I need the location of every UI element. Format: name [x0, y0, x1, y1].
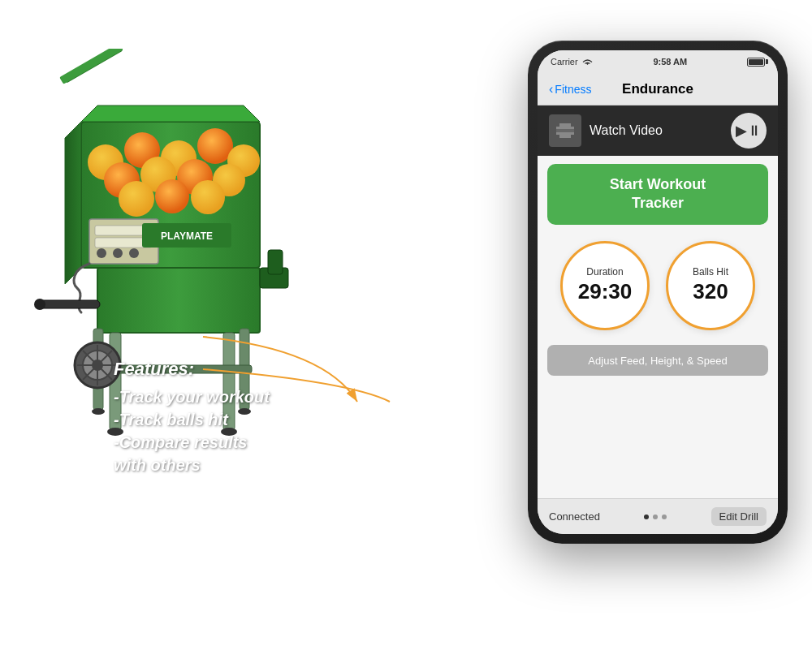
svg-point-22 [129, 248, 139, 258]
phone-screen: Carrier 9:58 AM [538, 50, 778, 534]
wifi-icon [581, 58, 594, 67]
watch-video-label: Watch Video [590, 123, 723, 138]
balls-hit-value: 320 [693, 279, 728, 304]
dot-3 [662, 514, 667, 519]
svg-rect-51 [556, 129, 574, 132]
balls-hit-circle: Balls Hit 320 [666, 241, 755, 330]
svg-marker-4 [81, 105, 260, 122]
svg-rect-50 [571, 135, 574, 138]
svg-point-16 [191, 180, 225, 214]
video-thumbnail [549, 114, 581, 147]
back-chevron-icon: ‹ [549, 82, 553, 97]
phone-outer-frame: Carrier 9:58 AM [528, 41, 788, 544]
start-workout-text: Start Workout Tracker [555, 175, 760, 213]
main-layout: PLAYMATE [0, 0, 812, 663]
navigation-bar: ‹ Fitness Endurance [538, 73, 778, 105]
phone-mockup: Carrier 9:58 AM [528, 41, 788, 544]
features-title: Features: [114, 357, 270, 382]
status-bar-right [747, 58, 765, 67]
nav-title: Endurance [622, 81, 693, 97]
adjust-feed-button[interactable]: Adjust Feed, Height, & Speed [547, 345, 768, 376]
svg-rect-25 [97, 268, 260, 333]
svg-rect-43 [34, 299, 45, 310]
back-label: Fitness [555, 83, 591, 96]
status-bar-left: Carrier [551, 57, 594, 67]
svg-point-14 [119, 181, 154, 217]
svg-text:PLAYMATE: PLAYMATE [161, 230, 213, 242]
play-pause-icon: ▶︎⏸ [736, 122, 762, 140]
stats-area: Duration 29:30 Balls Hit 320 [538, 233, 778, 338]
machine-illustration: PLAYMATE [16, 49, 341, 552]
status-time: 9:58 AM [653, 57, 687, 67]
svg-point-21 [113, 248, 123, 258]
status-bar: Carrier 9:58 AM [538, 50, 778, 73]
feature-item-2: -Track balls hit [114, 408, 270, 431]
svg-point-33 [92, 408, 105, 415]
svg-rect-42 [39, 300, 100, 308]
film-icon [556, 123, 574, 138]
svg-rect-49 [556, 135, 559, 138]
battery-icon [747, 58, 765, 67]
watch-video-row[interactable]: Watch Video ▶︎⏸ [538, 105, 778, 156]
carrier-label: Carrier [551, 57, 578, 67]
dot-1 [644, 514, 649, 519]
adjust-feed-label: Adjust Feed, Height, & Speed [588, 355, 727, 367]
feature-item-1: -Track your workout [114, 385, 270, 408]
svg-rect-48 [571, 123, 574, 127]
features-text-block: Features: -Track your workout -Track bal… [114, 357, 270, 476]
svg-point-20 [97, 248, 106, 258]
duration-label: Duration [586, 266, 623, 278]
back-button[interactable]: ‹ Fitness [549, 82, 591, 97]
duration-value: 29:30 [578, 279, 633, 304]
connected-status: Connected [549, 510, 600, 523]
feature-item-3: -Compare results [114, 431, 270, 454]
page-dots [644, 514, 667, 519]
svg-rect-47 [556, 123, 559, 127]
svg-rect-45 [268, 250, 283, 274]
svg-point-15 [155, 179, 189, 213]
play-pause-button[interactable]: ▶︎⏸ [731, 113, 767, 149]
feature-item-4: with others [114, 454, 270, 476]
duration-circle: Duration 29:30 [560, 241, 650, 330]
balls-hit-label: Balls Hit [693, 266, 728, 278]
edit-drill-button[interactable]: Edit Drill [711, 507, 767, 526]
start-workout-button[interactable]: Start Workout Tracker [547, 164, 768, 225]
svg-marker-3 [65, 122, 81, 284]
bottom-bar: Connected Edit Drill [538, 498, 778, 534]
dot-2 [653, 514, 658, 519]
svg-rect-1 [59, 49, 123, 84]
